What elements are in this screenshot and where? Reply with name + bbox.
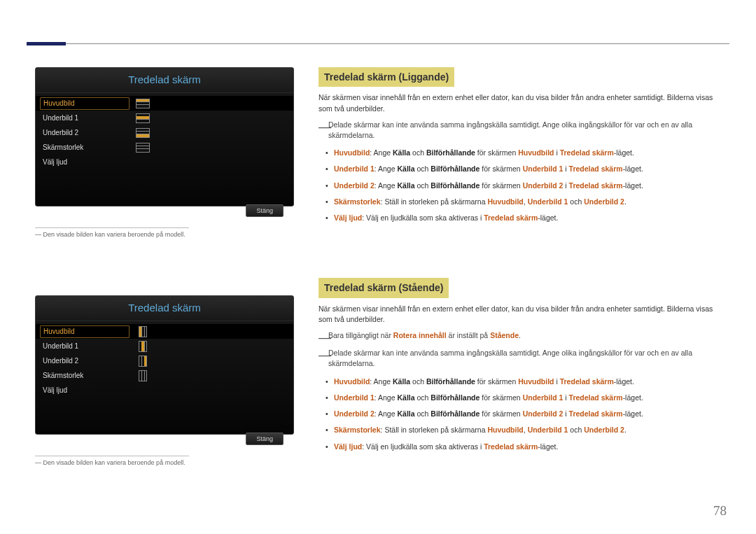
close-button[interactable]: Stäng xyxy=(246,204,284,217)
note-text: Delade skärmar kan inte använda samma in… xyxy=(328,349,692,367)
osd-item-label: Underbild 2 xyxy=(36,357,132,365)
osd-item-huvudbild[interactable]: Huvudbild xyxy=(36,96,293,111)
hr-thin xyxy=(35,227,189,228)
osd-item-underbild1[interactable]: Underbild 1 xyxy=(36,339,293,353)
note-shared-sources-1: ― Delade skärmar kan inte använda samma … xyxy=(318,120,728,141)
bullet-list-1: Huvudbild: Ange Källa och Bilförhållande… xyxy=(326,148,728,229)
heading-landscape: Tredelad skärm (Liggande) xyxy=(318,67,454,87)
layout-icon-size-landscape xyxy=(132,143,153,153)
osd-item-label: Huvudbild xyxy=(40,325,130,338)
osd-item-label: Välj ljud xyxy=(36,158,132,166)
osd-menu-list: Huvudbild Underbild 1 Underbild 2 Skärms… xyxy=(36,321,293,398)
note-rotate-content: ― Bara tillgängligt när Rotera innehåll … xyxy=(318,330,728,341)
osd-item-label: Underbild 2 xyxy=(36,129,132,136)
bullet-list-2: Huvudbild: Ange Källa och Bilförhållande… xyxy=(326,377,728,458)
left-column: Tredelad skärm Huvudbild Underbild 1 Und… xyxy=(35,67,308,466)
layout-icon-sub2-landscape xyxy=(132,128,153,138)
osd-panel-landscape: Tredelad skärm Huvudbild Underbild 1 Und… xyxy=(35,67,294,206)
heading-portrait: Tredelad skärm (Stående) xyxy=(318,278,449,297)
osd-item-valjljud[interactable]: Välj ljud xyxy=(36,383,293,398)
osd-item-label: Huvudbild xyxy=(40,97,130,110)
note-shared-sources-2: ― Delade skärmar kan inte använda samma … xyxy=(318,348,728,369)
page-number: 78 xyxy=(713,503,727,519)
osd-item-underbild2[interactable]: Underbild 2 xyxy=(36,353,293,368)
top-accent-bar xyxy=(27,42,66,45)
osd-item-label: Underbild 1 xyxy=(36,114,132,122)
osd-title: Tredelad skärm xyxy=(36,296,293,321)
list-item: Underbild 1: Ange Källa och Bilförhållan… xyxy=(326,164,728,180)
layout-icon-main-landscape xyxy=(132,99,153,108)
dash-icon: ― xyxy=(318,346,331,364)
caption-block-2: ― Den visade bilden kan variera beroende… xyxy=(35,456,214,466)
osd-panel-portrait: Tredelad skärm Huvudbild Underbild 1 Und… xyxy=(35,295,294,435)
caption-text: Den visade bilden kan variera beroende p… xyxy=(43,459,186,466)
list-item: Skärmstorlek: Ställ in storleken på skär… xyxy=(326,425,728,441)
osd-menu-list: Huvudbild Underbild 1 Underbild 2 Skärms… xyxy=(36,93,293,169)
intro-paragraph-1: När skärmen visar innehåll från en exter… xyxy=(318,92,728,113)
hr-thin xyxy=(35,456,189,456)
list-item: Välj ljud: Välj en ljudkälla som ska akt… xyxy=(326,213,728,229)
osd-item-huvudbild[interactable]: Huvudbild xyxy=(36,324,293,339)
caption-block-1: ― Den visade bilden kan variera beroende… xyxy=(35,227,214,238)
osd-item-label: Skärmstorlek xyxy=(36,372,132,379)
layout-icon-main-portrait xyxy=(132,326,153,337)
layout-icon-sub1-portrait xyxy=(132,341,153,352)
list-item: Huvudbild: Ange Källa och Bilförhållande… xyxy=(326,148,728,164)
osd-item-skarmstorlek[interactable]: Skärmstorlek xyxy=(36,368,293,383)
layout-icon-sub2-portrait xyxy=(132,356,153,367)
layout-icon-sub1-landscape xyxy=(132,113,153,123)
osd-item-valjljud[interactable]: Välj ljud xyxy=(36,155,293,169)
list-item: Skärmstorlek: Ställ in storleken på skär… xyxy=(326,197,728,213)
note-text: Delade skärmar kan inte använda samma in… xyxy=(328,120,692,139)
right-column: Tredelad skärm (Liggande) När skärmen vi… xyxy=(318,67,728,469)
list-item: Underbild 1: Ange Källa och Bilförhållan… xyxy=(326,393,728,409)
osd-item-underbild1[interactable]: Underbild 1 xyxy=(36,111,293,125)
layout-icon-size-portrait xyxy=(132,370,153,381)
dash-icon: ― xyxy=(318,118,331,136)
list-item: Underbild 2: Ange Källa och Bilförhållan… xyxy=(326,181,728,197)
osd-item-skarmstorlek[interactable]: Skärmstorlek xyxy=(36,140,293,155)
osd-item-label: Skärmstorlek xyxy=(36,143,132,151)
osd-title: Tredelad skärm xyxy=(36,68,293,93)
section-portrait: Tredelad skärm (Stående) När skärmen vis… xyxy=(318,278,728,457)
list-item: Underbild 2: Ange Källa och Bilförhållan… xyxy=(326,409,728,425)
list-item: Huvudbild: Ange Källa och Bilförhållande… xyxy=(326,377,728,393)
osd-item-label: Underbild 1 xyxy=(36,342,132,350)
top-horizontal-rule xyxy=(27,43,729,44)
list-item: Välj ljud: Välj en ljudkälla som ska akt… xyxy=(326,442,728,458)
dash-icon: ― xyxy=(318,328,331,346)
caption-text: Den visade bilden kan variera beroende p… xyxy=(43,231,186,238)
osd-item-underbild2[interactable]: Underbild 2 xyxy=(36,125,293,140)
osd-item-label: Välj ljud xyxy=(36,386,132,394)
close-button[interactable]: Stäng xyxy=(246,433,284,445)
intro-paragraph-2: När skärmen visar innehåll från en exter… xyxy=(318,304,728,325)
